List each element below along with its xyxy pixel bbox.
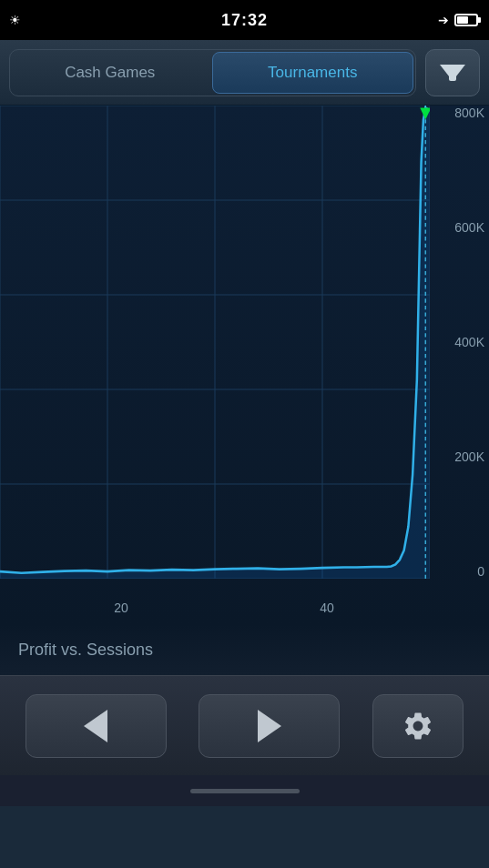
home-bar	[190, 789, 300, 793]
chart-title: Profit vs. Sessions	[0, 624, 489, 675]
bottom-nav	[0, 675, 489, 775]
x-label-40: 40	[320, 601, 334, 615]
tab-cash-games[interactable]: Cash Games	[10, 50, 210, 96]
chart-container: 800K 600K 400K 200K 0 20 40	[0, 106, 489, 624]
tab-bar: Cash Games Tournaments	[0, 40, 489, 106]
battery-icon	[454, 14, 478, 26]
forward-button[interactable]	[199, 694, 340, 758]
tab-group: Cash Games Tournaments	[9, 49, 416, 96]
y-label-400k: 400K	[454, 335, 484, 349]
x-axis: 20 40	[18, 601, 430, 615]
x-label-20: 20	[114, 601, 128, 615]
status-icons: ➔	[438, 13, 478, 27]
y-label-200k: 200K	[454, 449, 484, 464]
chart-title-text: Profit vs. Sessions	[18, 641, 153, 660]
forward-arrow-icon	[258, 710, 281, 742]
chart-svg	[0, 106, 430, 579]
status-bar: 17:32 ☀ ➔	[0, 0, 489, 40]
status-time: 17:32	[221, 11, 268, 30]
filter-button[interactable]	[425, 49, 480, 96]
y-label-600k: 600K	[454, 220, 484, 235]
y-label-800k: 800K	[454, 106, 484, 120]
location-icon: ➔	[438, 13, 449, 27]
tab-tournaments[interactable]: Tournaments	[212, 52, 414, 94]
settings-button[interactable]	[372, 694, 464, 758]
y-label-0: 0	[477, 564, 484, 579]
y-axis: 800K 600K 400K 200K 0	[454, 106, 484, 579]
back-button[interactable]	[25, 694, 167, 758]
filter-icon	[440, 65, 465, 81]
gear-icon	[402, 710, 434, 742]
wifi-icon: ☀	[9, 12, 21, 28]
home-indicator	[0, 775, 489, 806]
back-arrow-icon	[84, 710, 107, 742]
